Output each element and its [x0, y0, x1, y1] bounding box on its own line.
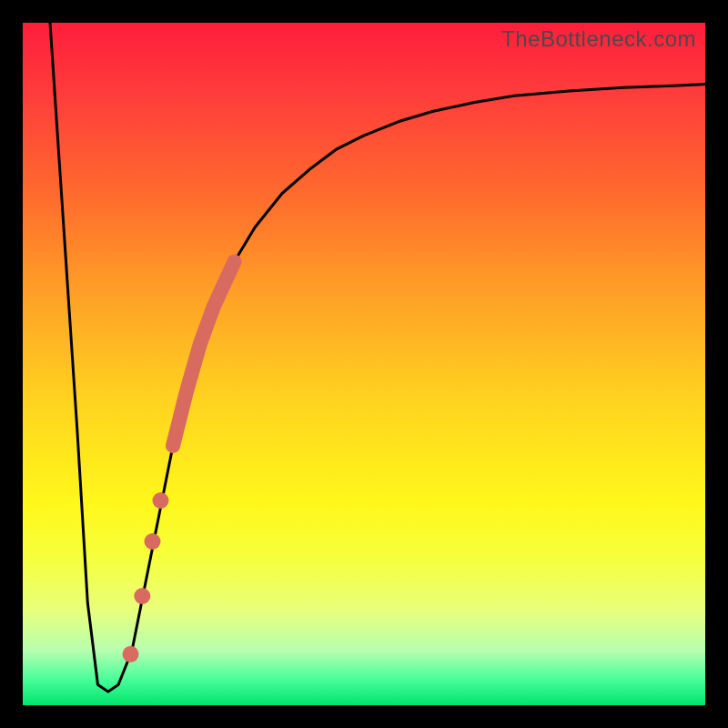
- watermark-text: TheBottleneck.com: [501, 26, 696, 52]
- plot-area: TheBottleneck.com: [23, 23, 705, 705]
- highlight-dot: [145, 533, 161, 550]
- highlight-dot: [123, 646, 139, 662]
- curve-svg: [23, 23, 705, 705]
- highlight-dot: [134, 588, 150, 604]
- chart-frame: TheBottleneck.com: [0, 0, 728, 728]
- highlight-dot: [153, 492, 169, 509]
- highlight-band: [173, 262, 235, 447]
